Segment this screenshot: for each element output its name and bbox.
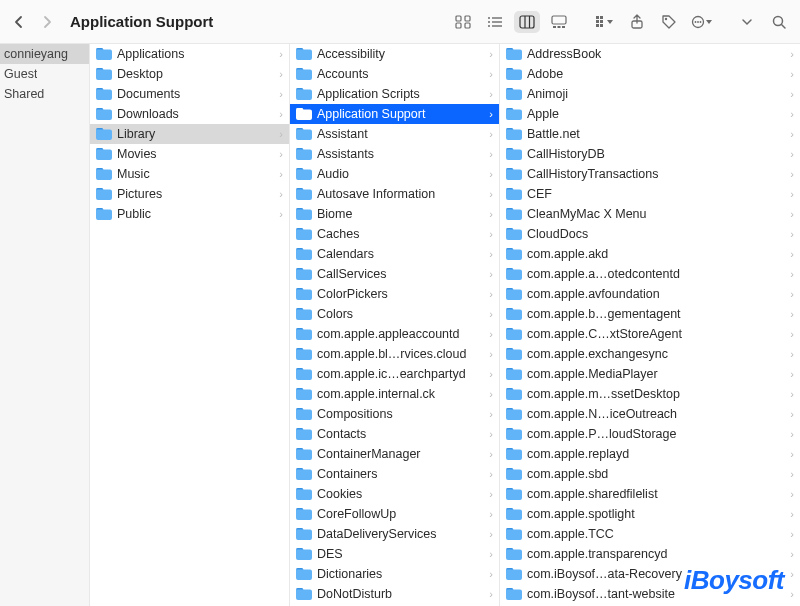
sidebar-item[interactable]: Guest [0,64,89,84]
sidebar-item[interactable]: Shared [0,84,89,104]
view-columns-button[interactable] [514,11,540,33]
folder-row[interactable]: Downloads› [90,104,289,124]
folder-row[interactable]: Movies› [90,144,289,164]
folder-row[interactable]: Accounts› [290,64,499,84]
folder-row[interactable]: CallHistoryDB› [500,144,800,164]
sidebar-column[interactable]: connieyangGuestShared [0,44,90,606]
folder-row[interactable]: com.apple.internal.ck› [290,384,499,404]
folder-row[interactable]: ContainerManager› [290,444,499,464]
folder-row[interactable]: com.iBoysof…tant-website› [500,584,800,604]
folder-row[interactable]: CleanMyMac X Menu› [500,204,800,224]
sidebar-item[interactable]: connieyang [0,44,89,64]
folder-row[interactable]: com.apple.MediaPlayer› [500,364,800,384]
folder-row[interactable]: com.apple.akd› [500,244,800,264]
folder-row[interactable]: CloudDocs› [500,224,800,244]
folder-row[interactable]: com.apple.avfoundation› [500,284,800,304]
folder-row[interactable]: ColorPickers› [290,284,499,304]
svg-rect-21 [596,24,599,27]
chevron-right-icon: › [489,168,493,180]
folder-row[interactable]: com.iBoysof…ata-Recovery› [500,564,800,584]
folder-row[interactable]: Assistants› [290,144,499,164]
folder-row[interactable]: Autosave Information› [290,184,499,204]
folder-row[interactable]: com.apple.m…ssetDesktop› [500,384,800,404]
folder-row[interactable]: CallServices› [290,264,499,284]
folder-row[interactable]: CallHistoryTransactions› [500,164,800,184]
folder-icon [506,428,522,440]
folder-row[interactable]: com.apple.appleaccountd› [290,324,499,344]
folder-row[interactable]: Dictionaries› [290,564,499,584]
folder-icon [296,168,312,180]
folder-row[interactable]: Music› [90,164,289,184]
view-icons-button[interactable] [450,11,476,33]
actions-button[interactable] [688,11,714,33]
folder-row[interactable]: Cookies› [290,484,499,504]
group-by-button[interactable] [592,11,618,33]
column-browser: connieyangGuestShared Applications›Deskt… [0,44,800,606]
folder-row[interactable]: com.apple.transparencyd› [500,544,800,564]
folder-row[interactable]: CEF› [500,184,800,204]
folder-row[interactable]: Colors› [290,304,499,324]
folder-row[interactable]: Library› [90,124,289,144]
folder-row[interactable]: com.apple.P…loudStorage› [500,424,800,444]
folder-row[interactable]: com.apple.a…otedcontentd› [500,264,800,284]
column-1[interactable]: Applications›Desktop›Documents›Downloads… [90,44,290,606]
folder-row[interactable]: com.apple.replayd› [500,444,800,464]
folder-row[interactable]: Desktop› [90,64,289,84]
chevron-right-icon: › [790,68,794,80]
folder-row[interactable]: Biome› [290,204,499,224]
folder-row[interactable]: Containers› [290,464,499,484]
share-button[interactable] [624,11,650,33]
folder-row[interactable]: Assistant› [290,124,499,144]
folder-row[interactable]: Application Scripts› [290,84,499,104]
folder-label: com.apple.C…xtStoreAgent [527,327,785,341]
svg-rect-15 [558,26,561,28]
folder-row[interactable]: Accessibility› [290,44,499,64]
folder-row[interactable]: Calendars› [290,244,499,264]
folder-row[interactable]: com.apple.ic…earchpartyd› [290,364,499,384]
folder-row[interactable]: Animoji› [500,84,800,104]
back-button[interactable] [8,11,30,33]
folder-row[interactable]: Apple› [500,104,800,124]
folder-row[interactable]: com.apple.C…xtStoreAgent› [500,324,800,344]
folder-row[interactable]: com.apple.bl…rvices.cloud› [290,344,499,364]
folder-icon [506,268,522,280]
folder-row[interactable]: Pictures› [90,184,289,204]
tags-button[interactable] [656,11,682,33]
folder-icon [506,148,522,160]
svg-rect-7 [492,21,502,22]
folder-row[interactable]: Audio› [290,164,499,184]
folder-icon [296,368,312,380]
folder-row[interactable]: com.apple.TCC› [500,524,800,544]
folder-row[interactable]: Battle.net› [500,124,800,144]
folder-row[interactable]: Caches› [290,224,499,244]
view-gallery-button[interactable] [546,11,572,33]
folder-row[interactable]: Compositions› [290,404,499,424]
folder-row[interactable]: DataDeliveryServices› [290,524,499,544]
dropdown-button[interactable] [734,11,760,33]
folder-row[interactable]: Application Support› [290,104,499,124]
folder-row[interactable]: com.apple.b…gementagent› [500,304,800,324]
folder-label: Caches [317,227,484,241]
folder-row[interactable]: com.apple.exchangesync› [500,344,800,364]
folder-row[interactable]: com.apple.sharedfilelist› [500,484,800,504]
forward-button[interactable] [36,11,58,33]
folder-row[interactable]: DoNotDisturb› [290,584,499,604]
folder-label: CleanMyMac X Menu [527,207,785,221]
folder-row[interactable]: Applications› [90,44,289,64]
folder-row[interactable]: Public› [90,204,289,224]
folder-row[interactable]: CoreFollowUp› [290,504,499,524]
folder-label: com.apple.sharedfilelist [527,487,785,501]
folder-row[interactable]: Documents› [90,84,289,104]
search-button[interactable] [766,11,792,33]
folder-row[interactable]: DES› [290,544,499,564]
column-2[interactable]: Accessibility›Accounts›Application Scrip… [290,44,500,606]
folder-row[interactable]: com.apple.N…iceOutreach› [500,404,800,424]
folder-label: Applications [117,47,274,61]
column-3[interactable]: AddressBook›Adobe›Animoji›Apple›Battle.n… [500,44,800,606]
folder-row[interactable]: com.apple.sbd› [500,464,800,484]
folder-row[interactable]: Contacts› [290,424,499,444]
folder-row[interactable]: com.apple.spotlight› [500,504,800,524]
folder-row[interactable]: Adobe› [500,64,800,84]
view-list-button[interactable] [482,11,508,33]
folder-row[interactable]: AddressBook› [500,44,800,64]
